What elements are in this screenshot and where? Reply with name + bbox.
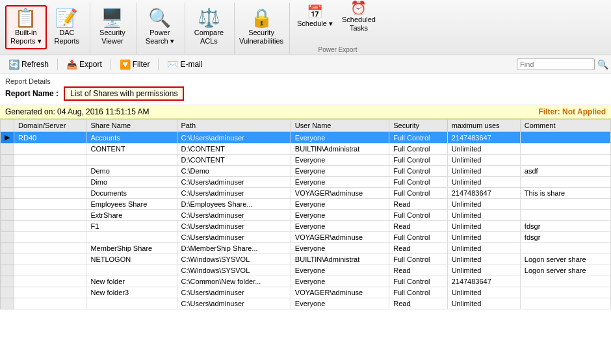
table-cell <box>14 265 86 276</box>
security-vulnerabilities-button[interactable]: 🔒 Security Vulnerabilities <box>239 5 284 49</box>
table-cell <box>86 265 177 276</box>
table-cell: Unlimited <box>447 265 520 276</box>
table-cell: Everyone <box>291 298 389 309</box>
table-cell <box>86 232 177 243</box>
toolbar: 🔄 Refresh 📤 Export 🔽 Filter ✉️ E-mail 🔍 <box>0 55 611 73</box>
col-indicator <box>1 120 14 132</box>
table-cell <box>14 210 86 221</box>
table-row[interactable]: New folderC:\Common\New folder...Everyon… <box>1 276 611 287</box>
security-viewer-button[interactable]: 🖥️ Security Viewer <box>94 5 131 49</box>
compare-acls-button[interactable]: ⚖️ Compare ACLs <box>189 5 229 49</box>
table-cell: Read <box>389 298 447 309</box>
email-label: E-mail <box>180 60 202 69</box>
table-row[interactable]: C:\Users\adminuserEveryoneReadUnlimited <box>1 298 611 309</box>
find-icon[interactable]: 🔍 <box>597 59 608 70</box>
table-cell: C:\Demo <box>177 166 291 177</box>
toolbar-sep-3 <box>158 58 159 70</box>
table-cell: C:\Windows\SYSVOL <box>177 254 291 265</box>
table-cell: F1 <box>86 221 177 232</box>
table-cell: CONTENT <box>86 144 177 155</box>
ribbon-group-reports: 📋 Built-in Reports ▾ 📝 DAC Reports <box>3 3 90 55</box>
table-row[interactable]: MemberShip ShareD:\MemberShip Share...Ev… <box>1 243 611 254</box>
table-row[interactable]: New folder3C:\Users\adminuserVOYAGER\adm… <box>1 287 611 298</box>
table-row[interactable]: D:\CONTENTEveryoneFull ControlUnlimited <box>1 155 611 166</box>
report-details-title: Report Details <box>5 77 606 85</box>
table-cell: Read <box>389 221 447 232</box>
table-row[interactable]: NETLOGONC:\Windows\SYSVOLBUILTIN\Adminis… <box>1 254 611 265</box>
table-cell <box>520 276 610 287</box>
export-label: Export <box>79 60 102 69</box>
table-cell <box>14 155 86 166</box>
compare-acls-icon: ⚖️ <box>198 9 220 27</box>
security-vulnerabilities-label: Security Vulnerabilities <box>239 29 283 46</box>
table-cell: C:\Users\adminuser <box>177 221 291 232</box>
table-cell: Unlimited <box>447 199 520 210</box>
table-cell: Read <box>389 199 447 210</box>
table-cell: Unlimited <box>447 232 520 243</box>
table-cell: Logon server share <box>520 254 610 265</box>
ribbon-group-viewer: 🖥️ Security Viewer <box>92 3 136 55</box>
table-cell <box>14 276 86 287</box>
scheduled-tasks-label: Scheduled Tasks <box>342 16 376 32</box>
table-cell: C:\Users\adminuser <box>177 132 291 144</box>
power-search-label: Power Search ▾ <box>146 29 174 46</box>
table-cell <box>520 132 610 144</box>
dac-reports-button[interactable]: 📝 DAC Reports <box>49 5 85 49</box>
table-cell <box>520 243 610 254</box>
table-row[interactable]: C:\Windows\SYSVOLEveryoneReadUnlimitedLo… <box>1 265 611 276</box>
table-cell: C:\Users\adminuser <box>177 287 291 298</box>
table-cell: Documents <box>86 188 177 199</box>
table-row[interactable]: F1C:\Users\adminuserEveryoneReadUnlimite… <box>1 221 611 232</box>
built-in-reports-button[interactable]: 📋 Built-in Reports ▾ <box>5 5 47 49</box>
table-cell: NETLOGON <box>86 254 177 265</box>
email-button[interactable]: ✉️ E-mail <box>161 57 208 72</box>
table-cell: Full Control <box>389 188 447 199</box>
table-row[interactable]: C:\Users\adminuserVOYAGER\adminuseFull C… <box>1 232 611 243</box>
table-row[interactable]: ExtrShareC:\Users\adminuserEveryoneFull … <box>1 210 611 221</box>
table-cell: Dimo <box>86 177 177 188</box>
table-cell: Unlimited <box>447 254 520 265</box>
table-cell <box>1 155 14 166</box>
table-cell: D:\Employees Share... <box>177 199 291 210</box>
col-path: Path <box>177 120 291 132</box>
generated-bar: Generated on: 04 Aug, 2016 11:51:15 AM F… <box>0 105 611 119</box>
ribbon-group-search: 🔍 Power Search ▾ <box>138 3 185 55</box>
table-cell: Logon server share <box>520 265 610 276</box>
power-search-button[interactable]: 🔍 Power Search ▾ <box>140 5 179 49</box>
refresh-button[interactable]: 🔄 Refresh <box>3 57 55 72</box>
table-cell: BUILTIN\Administrat <box>291 254 389 265</box>
table-cell <box>14 254 86 265</box>
schedule-button[interactable]: 📅 Schedule ▾ <box>294 5 336 29</box>
table-row[interactable]: DimoC:\Users\adminuserEveryoneFull Contr… <box>1 177 611 188</box>
table-row[interactable]: DemoC:\DemoEveryoneFull ControlUnlimited… <box>1 166 611 177</box>
table-cell: VOYAGER\adminuse <box>291 287 389 298</box>
table-cell: 2147483647 <box>447 188 520 199</box>
find-input[interactable] <box>517 58 595 70</box>
table-cell <box>1 276 14 287</box>
table-cell: Full Control <box>389 254 447 265</box>
filter-button[interactable]: 🔽 Filter <box>114 57 156 72</box>
table-cell: D:\MemberShip Share... <box>177 243 291 254</box>
table-row[interactable]: CONTENTD:\CONTENTBUILTIN\AdministratFull… <box>1 144 611 155</box>
table-header-row: Domain/Server Share Name Path User Name … <box>1 120 611 132</box>
table-cell <box>1 221 14 232</box>
table-cell <box>1 166 14 177</box>
table-cell: C:\Users\adminuser <box>177 188 291 199</box>
table-row[interactable]: Employees ShareD:\Employees Share...Ever… <box>1 199 611 210</box>
table-cell <box>520 298 610 309</box>
table-container[interactable]: Domain/Server Share Name Path User Name … <box>0 119 611 364</box>
find-area: 🔍 <box>517 58 608 70</box>
table-cell <box>14 166 86 177</box>
table-cell: VOYAGER\adminuse <box>291 188 389 199</box>
refresh-icon: 🔄 <box>8 59 20 70</box>
power-search-icon: 🔍 <box>148 9 171 27</box>
table-cell: Full Control <box>389 177 447 188</box>
scheduled-tasks-button[interactable]: ⏰ Scheduled Tasks <box>339 5 379 29</box>
table-cell: VOYAGER\adminuse <box>291 232 389 243</box>
table-cell: 2147483647 <box>447 276 520 287</box>
table-row[interactable]: DocumentsC:\Users\adminuserVOYAGER\admin… <box>1 188 611 199</box>
table-row[interactable]: ▶RD40AccountsC:\Users\adminuserEveryoneF… <box>1 132 611 144</box>
table-cell: Unlimited <box>447 144 520 155</box>
ribbon-group-security: 🔒 Security Vulnerabilities <box>236 3 290 55</box>
export-button[interactable]: 📤 Export <box>60 57 108 72</box>
